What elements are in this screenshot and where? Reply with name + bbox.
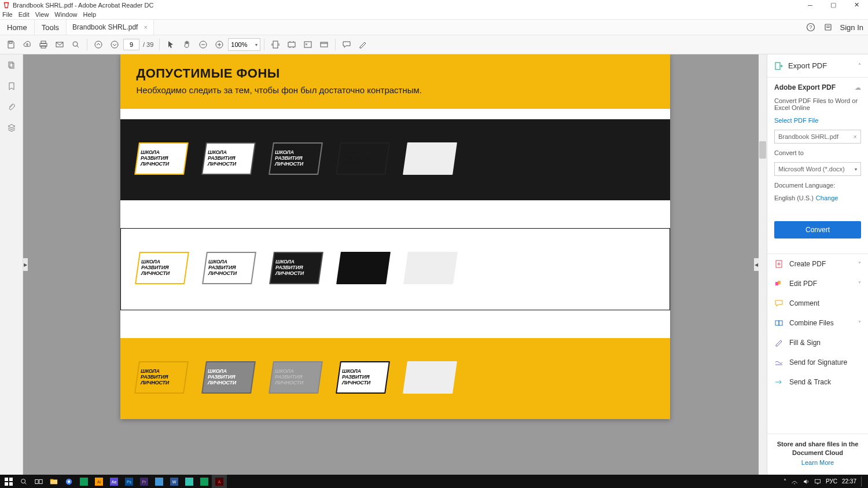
page-up-icon[interactable] [91, 37, 106, 52]
taskbar-app-photoshop[interactable]: Ps [122, 475, 137, 488]
taskbar-app-aftereffects[interactable]: Ae [106, 475, 122, 488]
svg-line-41 [25, 482, 27, 484]
change-language-link[interactable]: Change [816, 195, 838, 201]
cloud-upload-icon[interactable] [20, 37, 35, 52]
page-header: ДОПУСТИМЫЕ ФОНЫ Необходимо следить за те… [120, 54, 670, 109]
tool-send-signature[interactable]: Send for Signature [767, 353, 868, 372]
sign-in-button[interactable]: Sign In [840, 23, 863, 32]
layers-icon[interactable] [5, 122, 18, 134]
menu-view[interactable]: View [35, 11, 49, 18]
tray-clock[interactable]: 22:37 [842, 478, 856, 485]
tool-send-track[interactable]: Send & Track [767, 372, 868, 392]
page-down-icon[interactable] [107, 37, 122, 52]
taskbar-app-2[interactable] [152, 475, 167, 488]
send-track-icon [774, 377, 784, 387]
start-button[interactable] [1, 475, 16, 488]
tray-language[interactable]: РУС [826, 478, 837, 485]
fit-width-icon[interactable] [284, 37, 299, 52]
notification-icon[interactable] [823, 22, 833, 32]
taskbar-app-chrome[interactable] [61, 475, 76, 488]
maximize-button[interactable]: ▢ [822, 0, 845, 10]
thumbnails-icon[interactable] [5, 59, 18, 72]
tray-action-center-icon[interactable] [814, 478, 821, 485]
tool-fill-sign[interactable]: Fill & Sign [767, 333, 868, 353]
tray-network-icon[interactable] [791, 478, 798, 485]
tray-volume-icon[interactable] [803, 478, 810, 485]
select-file-link[interactable]: Select PDF File [774, 117, 861, 124]
taskbar-app-explorer[interactable] [46, 475, 61, 488]
footer-text: Store and share files in the Document Cl… [774, 440, 861, 457]
taskbar-app-illustrator[interactable]: Ai [91, 475, 106, 488]
collapse-left-icon[interactable]: ▶ [23, 258, 28, 271]
learn-more-link[interactable]: Learn More [801, 459, 834, 466]
separator [264, 39, 264, 50]
search-icon[interactable] [68, 37, 83, 52]
scrollbar-thumb[interactable] [759, 141, 766, 159]
search-button[interactable] [16, 475, 31, 488]
tool-comment[interactable]: Comment [767, 293, 868, 313]
zoom-in-icon[interactable] [212, 37, 227, 52]
taskbar-app-premiere[interactable]: Pr [137, 475, 152, 488]
taskbar-app-1[interactable] [76, 475, 91, 488]
task-view-button[interactable] [31, 475, 46, 488]
convert-button[interactable]: Convert [774, 221, 861, 239]
read-mode-icon[interactable] [317, 37, 332, 52]
menu-edit[interactable]: Edit [19, 11, 30, 18]
tray-show-hidden-icon[interactable]: ˄ [784, 478, 786, 485]
menu-help[interactable]: Help [83, 11, 96, 18]
taskbar-app-3[interactable] [182, 475, 197, 488]
tool-combine[interactable]: Combine Files ˅ [767, 313, 868, 333]
comment-tool-icon [774, 299, 784, 308]
menu-file[interactable]: File [2, 11, 13, 18]
fit-page-icon[interactable] [268, 37, 283, 52]
file-display[interactable]: Brandbook SHRL.pdf × [774, 130, 861, 144]
attachments-icon[interactable] [5, 101, 18, 113]
export-pdf-icon [774, 61, 784, 71]
show-desktop-button[interactable] [861, 476, 865, 487]
help-icon[interactable]: ? [806, 22, 816, 32]
tool-edit-pdf[interactable]: Edit PDF ˅ [767, 274, 868, 293]
navigation-sidebar [0, 54, 23, 475]
chevron-down-icon: ˅ [858, 261, 861, 267]
fullscreen-icon[interactable] [300, 37, 315, 52]
logo-variant: ШКОЛАРАЗВИТИЯЛИЧНОСТИ [134, 142, 189, 175]
comment-icon[interactable] [339, 37, 354, 52]
zoom-select[interactable]: 100% ▾ [228, 38, 260, 51]
taskbar-app-acrobat-active[interactable]: A [212, 475, 227, 488]
acrobat-icon [2, 1, 10, 9]
taskbar-app-word[interactable]: W [167, 475, 182, 488]
arrow-cursor-icon[interactable] [163, 37, 178, 52]
chevron-down-icon: ˅ [858, 320, 861, 326]
zoom-out-icon[interactable] [196, 37, 211, 52]
svg-rect-38 [5, 482, 8, 486]
logo-variant: ШКОЛАРАЗВИТИЯЛИЧНОСТИ [269, 142, 323, 175]
bookmarks-icon[interactable] [5, 80, 18, 93]
close-button[interactable]: ✕ [845, 0, 868, 10]
print-icon[interactable] [36, 37, 51, 52]
page-subheading: Необходимо следить за тем, чтобы фон был… [137, 85, 654, 96]
page-viewport[interactable]: ▶ ДОПУСТИМЫЕ ФОНЫ Необходимо следить за … [23, 54, 767, 475]
save-icon[interactable] [3, 37, 19, 52]
taskbar-app-4[interactable] [197, 475, 212, 488]
tab-document[interactable]: Brandbook SHRL.pdf × [67, 20, 154, 35]
language-value: English (U.S.) [774, 195, 814, 201]
svg-rect-7 [41, 41, 46, 43]
export-pdf-header[interactable]: Export PDF ˄ [767, 54, 868, 78]
hand-icon[interactable] [179, 37, 194, 52]
email-icon[interactable] [52, 37, 67, 52]
tool-create-pdf[interactable]: Create PDF ˅ [767, 254, 868, 274]
highlight-icon[interactable] [355, 37, 370, 52]
menu-window[interactable]: Window [54, 11, 77, 18]
tab-home[interactable]: Home [0, 20, 35, 35]
tab-tools[interactable]: Tools [35, 20, 67, 35]
clear-file-icon[interactable]: × [854, 133, 857, 140]
minimize-button[interactable]: ─ [799, 0, 822, 10]
scrollbar[interactable] [759, 54, 767, 475]
svg-text:Ps: Ps [127, 479, 132, 483]
tab-close-icon[interactable]: × [144, 24, 147, 31]
convert-format-select[interactable]: Microsoft Word (*.docx) ▾ [774, 162, 861, 176]
page-number-input[interactable] [123, 39, 139, 50]
collapse-right-icon[interactable]: ◀ [754, 258, 759, 271]
logo-row-light: ШКОЛАРАЗВИТИЯЛИЧНОСТИ ШКОЛАРАЗВИТИЯЛИЧНО… [120, 228, 670, 310]
file-name: Brandbook SHRL.pdf [778, 133, 838, 140]
